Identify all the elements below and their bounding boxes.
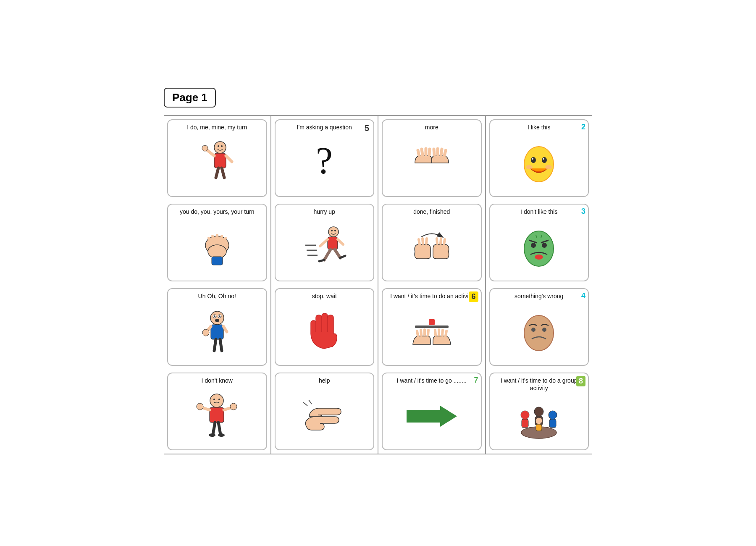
- card-label: something's wrong: [514, 292, 563, 300]
- svg-line-73: [437, 239, 437, 244]
- card-badge: 6: [469, 291, 478, 302]
- svg-point-102: [542, 328, 546, 332]
- svg-marker-84: [407, 406, 457, 427]
- card-label: I want / it's time to do a group activit…: [494, 377, 585, 392]
- card-label: Uh Oh, Oh no!: [198, 292, 236, 300]
- card-image: [494, 302, 585, 362]
- svg-line-52: [335, 249, 340, 258]
- svg-line-15: [224, 238, 226, 242]
- svg-point-97: [535, 255, 543, 260]
- svg-line-83: [435, 330, 436, 335]
- svg-point-110: [536, 417, 542, 424]
- card-label: I do, me, mine, my turn: [187, 123, 247, 131]
- card-like-this[interactable]: I like this 2: [489, 119, 589, 197]
- svg-line-53: [319, 260, 324, 261]
- svg-rect-107: [522, 419, 528, 428]
- svg-point-40: [218, 433, 225, 437]
- card-label: help: [319, 377, 330, 384]
- svg-rect-74: [415, 326, 449, 328]
- svg-line-7: [216, 168, 218, 178]
- card-badge: 8: [576, 376, 585, 386]
- column-3: more: [378, 116, 486, 454]
- card-label: I don't know: [202, 377, 233, 384]
- svg-line-81: [442, 330, 443, 335]
- svg-line-49: [320, 239, 328, 246]
- page-container: Page 1 I do, me, mine, my turn: [147, 75, 609, 471]
- card-image: [386, 302, 478, 362]
- svg-point-22: [215, 319, 219, 322]
- svg-point-0: [214, 142, 226, 153]
- card-image: [171, 134, 263, 193]
- card-badge: 3: [581, 207, 585, 216]
- svg-line-79: [428, 330, 428, 335]
- card-uh-oh[interactable]: Uh Oh, Oh no!: [167, 288, 267, 366]
- svg-point-96: [542, 243, 547, 248]
- svg-point-95: [531, 243, 536, 248]
- svg-point-36: [230, 403, 237, 410]
- grid-wrapper: I do, me, mine, my turn: [164, 115, 592, 454]
- card-stop-wait[interactable]: stop, wait: [275, 288, 375, 366]
- column-1: I do, me, mine, my turn: [164, 116, 271, 454]
- svg-line-51: [324, 249, 331, 260]
- svg-line-63: [429, 149, 430, 155]
- svg-line-11: [209, 238, 210, 242]
- card-done-finished[interactable]: done, finished: [382, 204, 482, 281]
- svg-point-46: [331, 230, 333, 231]
- card-image: [386, 134, 478, 193]
- card-label: stop, wait: [312, 292, 337, 300]
- svg-point-25: [202, 329, 209, 336]
- svg-line-70: [426, 239, 427, 244]
- card-group-activity[interactable]: I want / it's time to do a group activit…: [489, 373, 589, 450]
- card-image: [171, 218, 263, 277]
- svg-line-72: [441, 239, 441, 244]
- svg-point-90: [526, 165, 533, 169]
- svg-point-45: [328, 227, 339, 237]
- card-time-to-go[interactable]: I want / it's time to go ........ 7: [382, 373, 482, 450]
- svg-line-27: [214, 339, 216, 351]
- svg-line-67: [434, 149, 434, 155]
- svg-line-26: [223, 326, 227, 332]
- card-image: [171, 302, 263, 362]
- svg-point-39: [209, 433, 215, 437]
- svg-point-30: [213, 399, 215, 400]
- page-title: Page 1: [164, 88, 216, 108]
- svg-line-12: [213, 236, 213, 241]
- card-somethings-wrong[interactable]: something's wrong 4: [489, 288, 589, 366]
- svg-line-38: [218, 423, 220, 434]
- card-image: [279, 218, 370, 277]
- svg-point-108: [549, 411, 557, 419]
- svg-line-69: [423, 239, 423, 244]
- svg-rect-75: [429, 319, 435, 325]
- svg-point-5: [202, 145, 208, 151]
- svg-rect-23: [211, 325, 223, 339]
- svg-point-89: [543, 158, 544, 160]
- card-asking-question[interactable]: I'm asking a question 5 ?: [275, 119, 375, 197]
- svg-line-65: [441, 149, 442, 155]
- svg-line-76: [417, 331, 418, 336]
- card-you-do[interactable]: you do, you, yours, your turn: [167, 204, 267, 281]
- card-hurry-up[interactable]: hurry up: [275, 204, 375, 281]
- card-dont-like[interactable]: I don't like this 3: [489, 204, 589, 281]
- card-image: [386, 218, 478, 277]
- card-help[interactable]: help: [275, 373, 375, 450]
- card-label: I want / it's time to go ........: [397, 377, 467, 384]
- card-more[interactable]: more: [382, 119, 482, 197]
- svg-line-28: [220, 339, 222, 351]
- svg-line-14: [221, 236, 222, 241]
- svg-point-34: [197, 403, 203, 410]
- svg-point-91: [545, 165, 552, 169]
- svg-point-85: [524, 147, 554, 182]
- svg-point-29: [210, 394, 223, 407]
- svg-point-31: [218, 399, 220, 400]
- card-dont-know[interactable]: I don't know: [167, 373, 267, 450]
- card-image: ?: [279, 134, 370, 193]
- svg-point-20: [214, 315, 215, 317]
- card-activity[interactable]: I want / it's time to do an activity 6: [382, 288, 482, 366]
- svg-line-58: [303, 402, 307, 406]
- svg-rect-48: [328, 237, 338, 249]
- svg-point-92: [524, 231, 554, 266]
- svg-point-101: [531, 328, 536, 332]
- svg-point-87: [542, 157, 547, 163]
- svg-point-104: [534, 407, 543, 416]
- card-i-do[interactable]: I do, me, mine, my turn: [167, 119, 267, 197]
